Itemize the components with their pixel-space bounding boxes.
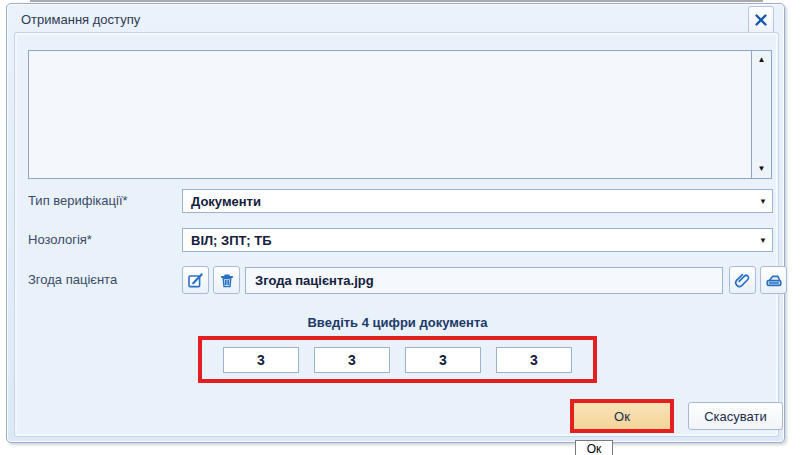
nosology-label: Нозологія* bbox=[28, 232, 92, 247]
close-icon bbox=[754, 13, 768, 27]
digit-input-2[interactable] bbox=[314, 347, 390, 373]
delete-consent-button[interactable] bbox=[213, 266, 240, 294]
dialog-title: Отримання доступу bbox=[21, 12, 140, 27]
verification-type-label: Тип верифікації* bbox=[28, 193, 128, 208]
scan-document-button[interactable] bbox=[760, 266, 787, 294]
digit-input-3[interactable] bbox=[405, 347, 481, 373]
verification-type-dropdown[interactable]: Документи ▼ bbox=[182, 189, 773, 213]
chevron-down-icon: ▼ bbox=[759, 236, 767, 245]
code-entry-prompt: Введіть 4 цифри документа bbox=[198, 315, 597, 330]
code-entry-highlight bbox=[198, 336, 597, 383]
ok-button[interactable]: Ок bbox=[574, 403, 670, 429]
vertical-scrollbar[interactable]: ▲ ▼ bbox=[751, 51, 771, 178]
paperclip-icon bbox=[734, 272, 751, 289]
edit-icon bbox=[187, 272, 204, 289]
consent-file-name: Згода пацієнта.jpg bbox=[255, 273, 374, 288]
chevron-down-icon: ▼ bbox=[759, 197, 767, 206]
background-window-edge bbox=[30, 0, 763, 2]
edit-consent-button[interactable] bbox=[182, 266, 209, 294]
attach-file-button[interactable] bbox=[729, 266, 756, 294]
ok-tooltip: Ок bbox=[575, 440, 613, 455]
consent-file-field[interactable]: Згода пацієнта.jpg bbox=[245, 267, 723, 294]
ok-tooltip-text: Ок bbox=[587, 442, 602, 455]
notes-textarea[interactable]: ▲ ▼ bbox=[28, 50, 772, 179]
consent-label: Згода пацієнта bbox=[28, 272, 117, 287]
scanner-icon bbox=[765, 272, 783, 289]
ok-button-highlight: Ок bbox=[570, 399, 674, 433]
digit-input-4[interactable] bbox=[496, 347, 572, 373]
nosology-dropdown[interactable]: ВІЛ; ЗПТ; ТБ ▼ bbox=[182, 228, 773, 252]
verification-type-value: Документи bbox=[191, 194, 261, 209]
scroll-down-icon[interactable]: ▼ bbox=[752, 165, 771, 173]
dialog-content-panel: ▲ ▼ Тип верифікації* Документи ▼ Нозолог… bbox=[15, 33, 778, 436]
scroll-up-icon[interactable]: ▲ bbox=[752, 56, 771, 64]
access-dialog: Отримання доступу ▲ ▼ Тип верифікації* Д… bbox=[6, 3, 785, 443]
nosology-value: ВІЛ; ЗПТ; ТБ bbox=[191, 233, 272, 248]
digit-input-1[interactable] bbox=[223, 347, 299, 373]
trash-icon bbox=[219, 272, 235, 289]
cancel-button[interactable]: Скасувати bbox=[688, 402, 783, 430]
close-button[interactable] bbox=[748, 6, 774, 34]
